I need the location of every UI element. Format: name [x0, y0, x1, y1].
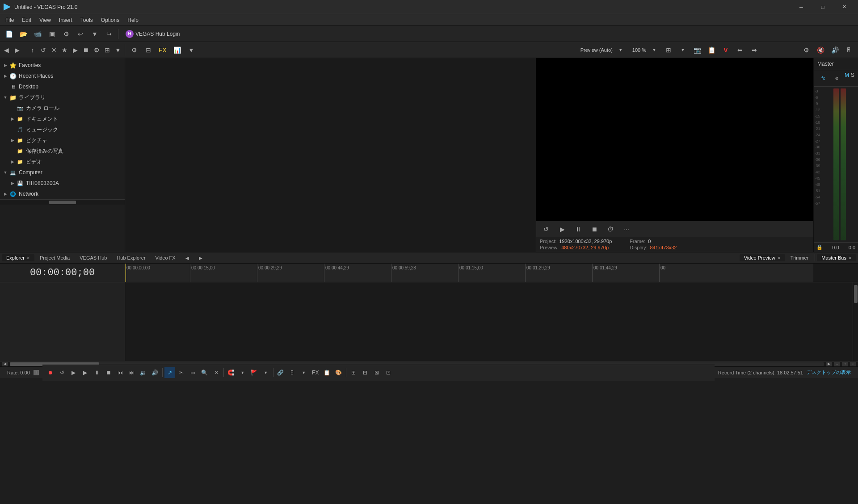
- erase-button[interactable]: ✕: [211, 367, 222, 378]
- play-preview-button[interactable]: ▶: [556, 223, 568, 235]
- tree-item-pictures[interactable]: ▶ 📁 ピクチャ: [0, 135, 125, 146]
- nav-back-button[interactable]: ◀: [2, 44, 12, 56]
- next-frame-button[interactable]: ➡: [748, 44, 761, 56]
- refresh-button[interactable]: ↺: [38, 44, 48, 56]
- tab-hub-explorer[interactable]: Hub Explorer: [112, 254, 150, 261]
- preview-split-button[interactable]: ⊟: [142, 44, 155, 56]
- undo-arrow[interactable]: ▼: [88, 28, 101, 40]
- go-to-start-button[interactable]: ⏮: [115, 367, 126, 378]
- master-s-button[interactable]: S: [851, 72, 854, 84]
- tree-item-computer[interactable]: ▼ 💻 Computer: [0, 167, 125, 178]
- mixer-arrow[interactable]: ▼: [299, 367, 309, 378]
- up-button[interactable]: ↑: [28, 44, 38, 56]
- cancel-button[interactable]: ✕: [49, 44, 59, 56]
- preview-fx-button[interactable]: FX: [156, 44, 169, 56]
- hscroll-right-button[interactable]: ▶: [826, 362, 832, 366]
- tree-item-video[interactable]: ▶ 📁 ビデオ: [0, 156, 125, 167]
- extra-btn-2[interactable]: ⊟: [360, 367, 370, 378]
- tree-item-favorites[interactable]: ▶ ⭐ Favorites: [0, 60, 125, 71]
- explorer-hscrollbar[interactable]: [0, 199, 125, 205]
- extra-btn-3[interactable]: ⊠: [371, 367, 382, 378]
- vegas-button[interactable]: V: [719, 44, 732, 56]
- split-tool-button[interactable]: ✂: [176, 367, 187, 378]
- favorites-button[interactable]: ★: [60, 44, 70, 56]
- tab-video-preview-close[interactable]: ✕: [777, 256, 781, 260]
- tree-item-saved-photos[interactable]: 📁 保存済みの写真: [0, 146, 125, 156]
- undo-button[interactable]: ↩: [74, 28, 87, 40]
- preview-settings-button[interactable]: ⚙: [128, 44, 140, 56]
- grid-overlay-button[interactable]: ⊞: [662, 44, 675, 56]
- menu-options[interactable]: Options: [97, 16, 123, 24]
- snap-arrow[interactable]: ▼: [237, 367, 248, 378]
- tree-item-library[interactable]: ▼ 📁 ライブラリ: [0, 92, 125, 103]
- marker-button[interactable]: 🚩: [249, 367, 260, 378]
- fx-chain-button[interactable]: FX: [310, 367, 321, 378]
- close-button[interactable]: ✕: [834, 0, 854, 14]
- extra-btn-4[interactable]: ⊡: [383, 367, 394, 378]
- tab-project-media[interactable]: Project Media: [35, 254, 74, 261]
- magnify-button[interactable]: 🔍: [199, 367, 210, 378]
- open-button[interactable]: 📂: [17, 28, 29, 40]
- zoom-out-button[interactable]: -: [834, 362, 840, 366]
- stop-preview-button2[interactable]: ⏹: [588, 223, 601, 235]
- tab-explorer[interactable]: Explorer ✕: [2, 254, 34, 261]
- zoom-arrow[interactable]: ▼: [648, 44, 660, 56]
- ripple-button[interactable]: 🔗: [275, 367, 286, 378]
- redo-button[interactable]: ↪: [103, 28, 115, 40]
- maximize-button[interactable]: □: [812, 0, 833, 14]
- master-settings-button[interactable]: ⚙: [800, 44, 812, 56]
- tree-item-camera[interactable]: 📷 カメラ ロール: [0, 103, 125, 113]
- play-from-start-button[interactable]: ▶: [68, 367, 79, 378]
- minimize-button[interactable]: ─: [791, 0, 812, 14]
- zoom-in-button[interactable]: +: [842, 362, 848, 366]
- cursor-tool-button[interactable]: ↗: [164, 367, 175, 378]
- pause-preview-button[interactable]: ⏸: [572, 223, 585, 235]
- mixer-button[interactable]: 🎚: [287, 367, 298, 378]
- copy-button[interactable]: 📋: [705, 44, 718, 56]
- tab-video-preview[interactable]: Video Preview ✕: [740, 254, 785, 261]
- menu-help[interactable]: Help: [124, 16, 142, 24]
- snap-button[interactable]: 🧲: [226, 367, 236, 378]
- extra-btn-1[interactable]: ⊞: [348, 367, 359, 378]
- tree-item-drive[interactable]: ▶ 💾 TIH0803200A: [0, 178, 125, 189]
- grid-button[interactable]: ⊞: [102, 44, 112, 56]
- vol-up-button[interactable]: 🔊: [150, 367, 160, 378]
- track-list-button[interactable]: 📋: [322, 367, 332, 378]
- hscroll-left-button[interactable]: ◀: [2, 362, 8, 366]
- master-fx-button[interactable]: fx: [817, 72, 829, 84]
- rate-pause-button[interactable]: ⏸: [34, 370, 39, 375]
- tree-item-network[interactable]: ▶ 🌐 Network: [0, 189, 125, 199]
- nav-forward-button[interactable]: ▶: [13, 44, 22, 56]
- zoom-fit-button[interactable]: ↔: [850, 362, 856, 366]
- grid-overlay-arrow[interactable]: ▼: [677, 44, 689, 56]
- loop-button[interactable]: ↺: [57, 367, 67, 378]
- go-to-end-button[interactable]: ⏭: [126, 367, 137, 378]
- menu-edit[interactable]: Edit: [18, 16, 35, 24]
- menu-file[interactable]: File: [2, 16, 17, 24]
- stop-button[interactable]: ⏹: [103, 367, 114, 378]
- prev-frame-button[interactable]: ⬅: [734, 44, 746, 56]
- new-button[interactable]: 📄: [3, 28, 15, 40]
- tree-item-music[interactable]: 🎵 ミュージック: [0, 124, 125, 135]
- menu-view[interactable]: View: [36, 16, 55, 24]
- master-vol-button[interactable]: 🔊: [829, 44, 841, 56]
- loop-preview-button[interactable]: ↺: [540, 223, 552, 235]
- grid-arrow[interactable]: ▼: [113, 44, 123, 56]
- tab-prev-button[interactable]: ◀: [181, 252, 193, 264]
- tab-vegas-hub[interactable]: VEGAS Hub: [75, 254, 111, 261]
- snapshot-button[interactable]: 📷: [691, 44, 703, 56]
- preview-mode-arrow[interactable]: ▼: [614, 44, 627, 56]
- render-button[interactable]: ▣: [46, 28, 58, 40]
- preview-scopes-button[interactable]: 📊: [171, 44, 183, 56]
- tree-item-desktop[interactable]: 🖥 Desktop: [0, 81, 125, 92]
- properties-button[interactable]: ⚙: [60, 28, 72, 40]
- menu-tools[interactable]: Tools: [77, 16, 97, 24]
- jkl-button[interactable]: ⏱: [604, 223, 617, 235]
- tab-next-button[interactable]: ▶: [194, 252, 207, 264]
- tab-master-bus-close[interactable]: ✕: [848, 256, 852, 260]
- tree-item-recent[interactable]: ▶ 🕐 Recent Places: [0, 71, 125, 81]
- preview-scopes-arrow[interactable]: ▼: [185, 44, 198, 56]
- stop-preview-button[interactable]: ⏹: [81, 44, 91, 56]
- menu-insert[interactable]: Insert: [55, 16, 76, 24]
- master-mute-button[interactable]: 🔇: [814, 44, 827, 56]
